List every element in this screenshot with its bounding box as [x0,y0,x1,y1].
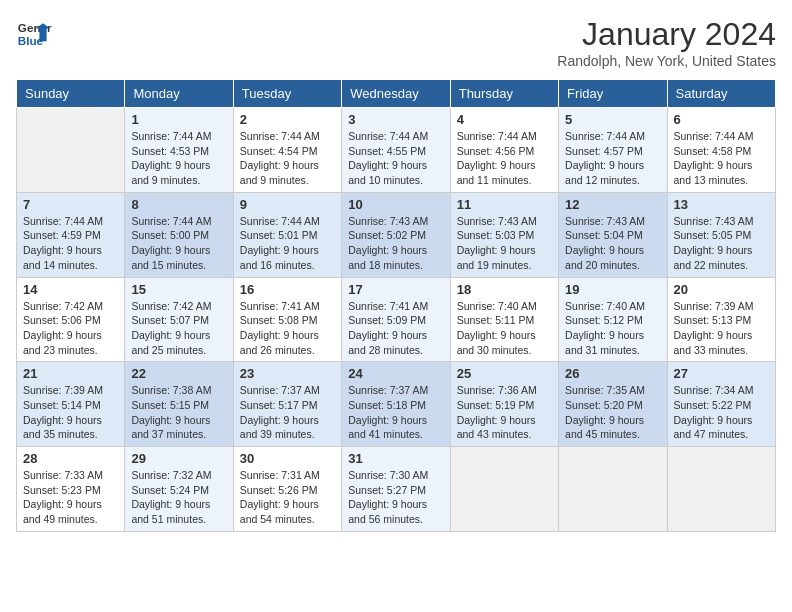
calendar-table: Sunday Monday Tuesday Wednesday Thursday… [16,79,776,532]
day-info: Sunrise: 7:31 AMSunset: 5:26 PMDaylight:… [240,468,335,527]
page-header: General Blue January 2024 Randolph, New … [16,16,776,69]
day-number: 18 [457,282,552,297]
day-info: Sunrise: 7:41 AMSunset: 5:09 PMDaylight:… [348,299,443,358]
day-number: 26 [565,366,660,381]
day-number: 1 [131,112,226,127]
day-number: 11 [457,197,552,212]
day-number: 8 [131,197,226,212]
day-info: Sunrise: 7:35 AMSunset: 5:20 PMDaylight:… [565,383,660,442]
day-number: 30 [240,451,335,466]
day-number: 21 [23,366,118,381]
calendar-day-cell: 23 Sunrise: 7:37 AMSunset: 5:17 PMDaylig… [233,362,341,447]
calendar-day-cell: 4 Sunrise: 7:44 AMSunset: 4:56 PMDayligh… [450,108,558,193]
day-info: Sunrise: 7:44 AMSunset: 4:59 PMDaylight:… [23,214,118,273]
calendar-day-cell: 19 Sunrise: 7:40 AMSunset: 5:12 PMDaylig… [559,277,667,362]
calendar-day-cell: 27 Sunrise: 7:34 AMSunset: 5:22 PMDaylig… [667,362,775,447]
day-info: Sunrise: 7:42 AMSunset: 5:06 PMDaylight:… [23,299,118,358]
day-number: 29 [131,451,226,466]
col-tuesday: Tuesday [233,80,341,108]
calendar-day-cell: 26 Sunrise: 7:35 AMSunset: 5:20 PMDaylig… [559,362,667,447]
calendar-day-cell: 13 Sunrise: 7:43 AMSunset: 5:05 PMDaylig… [667,192,775,277]
day-number: 4 [457,112,552,127]
day-info: Sunrise: 7:42 AMSunset: 5:07 PMDaylight:… [131,299,226,358]
page-title: January 2024 [557,16,776,53]
day-info: Sunrise: 7:37 AMSunset: 5:17 PMDaylight:… [240,383,335,442]
day-info: Sunrise: 7:44 AMSunset: 5:00 PMDaylight:… [131,214,226,273]
calendar-day-cell: 17 Sunrise: 7:41 AMSunset: 5:09 PMDaylig… [342,277,450,362]
day-info: Sunrise: 7:33 AMSunset: 5:23 PMDaylight:… [23,468,118,527]
calendar-day-cell: 20 Sunrise: 7:39 AMSunset: 5:13 PMDaylig… [667,277,775,362]
day-info: Sunrise: 7:30 AMSunset: 5:27 PMDaylight:… [348,468,443,527]
calendar-day-cell: 1 Sunrise: 7:44 AMSunset: 4:53 PMDayligh… [125,108,233,193]
col-saturday: Saturday [667,80,775,108]
day-info: Sunrise: 7:40 AMSunset: 5:11 PMDaylight:… [457,299,552,358]
day-info: Sunrise: 7:44 AMSunset: 5:01 PMDaylight:… [240,214,335,273]
calendar-day-cell: 22 Sunrise: 7:38 AMSunset: 5:15 PMDaylig… [125,362,233,447]
day-info: Sunrise: 7:36 AMSunset: 5:19 PMDaylight:… [457,383,552,442]
calendar-week-row: 7 Sunrise: 7:44 AMSunset: 4:59 PMDayligh… [17,192,776,277]
day-number: 2 [240,112,335,127]
calendar-day-cell: 24 Sunrise: 7:37 AMSunset: 5:18 PMDaylig… [342,362,450,447]
calendar-day-cell: 14 Sunrise: 7:42 AMSunset: 5:06 PMDaylig… [17,277,125,362]
day-number: 22 [131,366,226,381]
day-info: Sunrise: 7:39 AMSunset: 5:13 PMDaylight:… [674,299,769,358]
day-number: 12 [565,197,660,212]
day-number: 14 [23,282,118,297]
calendar-week-row: 28 Sunrise: 7:33 AMSunset: 5:23 PMDaylig… [17,447,776,532]
day-number: 5 [565,112,660,127]
day-number: 17 [348,282,443,297]
day-number: 6 [674,112,769,127]
col-monday: Monday [125,80,233,108]
day-info: Sunrise: 7:44 AMSunset: 4:53 PMDaylight:… [131,129,226,188]
calendar-day-cell: 28 Sunrise: 7:33 AMSunset: 5:23 PMDaylig… [17,447,125,532]
day-info: Sunrise: 7:44 AMSunset: 4:56 PMDaylight:… [457,129,552,188]
day-info: Sunrise: 7:43 AMSunset: 5:05 PMDaylight:… [674,214,769,273]
calendar-day-cell: 16 Sunrise: 7:41 AMSunset: 5:08 PMDaylig… [233,277,341,362]
day-number: 31 [348,451,443,466]
calendar-day-cell: 31 Sunrise: 7:30 AMSunset: 5:27 PMDaylig… [342,447,450,532]
day-number: 27 [674,366,769,381]
calendar-day-cell: 9 Sunrise: 7:44 AMSunset: 5:01 PMDayligh… [233,192,341,277]
day-number: 25 [457,366,552,381]
day-number: 23 [240,366,335,381]
day-info: Sunrise: 7:44 AMSunset: 4:57 PMDaylight:… [565,129,660,188]
day-number: 28 [23,451,118,466]
day-info: Sunrise: 7:40 AMSunset: 5:12 PMDaylight:… [565,299,660,358]
calendar-day-cell: 3 Sunrise: 7:44 AMSunset: 4:55 PMDayligh… [342,108,450,193]
calendar-day-cell: 25 Sunrise: 7:36 AMSunset: 5:19 PMDaylig… [450,362,558,447]
day-number: 16 [240,282,335,297]
day-info: Sunrise: 7:41 AMSunset: 5:08 PMDaylight:… [240,299,335,358]
calendar-day-cell [450,447,558,532]
day-number: 13 [674,197,769,212]
calendar-day-cell: 2 Sunrise: 7:44 AMSunset: 4:54 PMDayligh… [233,108,341,193]
calendar-day-cell: 21 Sunrise: 7:39 AMSunset: 5:14 PMDaylig… [17,362,125,447]
calendar-week-row: 14 Sunrise: 7:42 AMSunset: 5:06 PMDaylig… [17,277,776,362]
calendar-day-cell: 29 Sunrise: 7:32 AMSunset: 5:24 PMDaylig… [125,447,233,532]
day-number: 7 [23,197,118,212]
day-number: 24 [348,366,443,381]
day-info: Sunrise: 7:39 AMSunset: 5:14 PMDaylight:… [23,383,118,442]
col-thursday: Thursday [450,80,558,108]
col-friday: Friday [559,80,667,108]
day-info: Sunrise: 7:32 AMSunset: 5:24 PMDaylight:… [131,468,226,527]
day-number: 19 [565,282,660,297]
day-info: Sunrise: 7:44 AMSunset: 4:58 PMDaylight:… [674,129,769,188]
day-number: 15 [131,282,226,297]
day-info: Sunrise: 7:43 AMSunset: 5:03 PMDaylight:… [457,214,552,273]
logo: General Blue [16,16,52,52]
calendar-header-row: Sunday Monday Tuesday Wednesday Thursday… [17,80,776,108]
calendar-day-cell: 6 Sunrise: 7:44 AMSunset: 4:58 PMDayligh… [667,108,775,193]
calendar-day-cell [667,447,775,532]
calendar-day-cell: 11 Sunrise: 7:43 AMSunset: 5:03 PMDaylig… [450,192,558,277]
day-info: Sunrise: 7:43 AMSunset: 5:02 PMDaylight:… [348,214,443,273]
calendar-day-cell: 7 Sunrise: 7:44 AMSunset: 4:59 PMDayligh… [17,192,125,277]
day-info: Sunrise: 7:43 AMSunset: 5:04 PMDaylight:… [565,214,660,273]
day-info: Sunrise: 7:34 AMSunset: 5:22 PMDaylight:… [674,383,769,442]
day-number: 3 [348,112,443,127]
day-info: Sunrise: 7:44 AMSunset: 4:54 PMDaylight:… [240,129,335,188]
page-subtitle: Randolph, New York, United States [557,53,776,69]
calendar-day-cell [559,447,667,532]
calendar-day-cell: 8 Sunrise: 7:44 AMSunset: 5:00 PMDayligh… [125,192,233,277]
logo-icon: General Blue [16,16,52,52]
calendar-day-cell: 10 Sunrise: 7:43 AMSunset: 5:02 PMDaylig… [342,192,450,277]
